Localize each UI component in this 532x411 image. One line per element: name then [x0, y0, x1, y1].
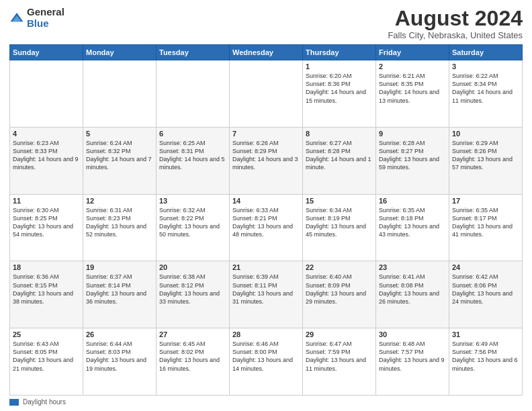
day-number: 6 — [159, 130, 226, 138]
day-info: Sunrise: 6:47 AM Sunset: 7:59 PM Dayligh… — [306, 340, 373, 373]
day-info: Sunrise: 6:48 AM Sunset: 7:57 PM Dayligh… — [379, 340, 446, 373]
day-info: Sunrise: 6:49 AM Sunset: 7:56 PM Dayligh… — [452, 340, 519, 373]
day-number: 22 — [306, 263, 373, 271]
day-info: Sunrise: 6:46 AM Sunset: 8:00 PM Dayligh… — [232, 340, 300, 373]
calendar-cell: 15Sunrise: 6:34 AM Sunset: 8:19 PM Dayli… — [303, 194, 376, 261]
calendar-cell: 30Sunrise: 6:48 AM Sunset: 7:57 PM Dayli… — [376, 328, 449, 396]
daylight-legend-box — [9, 399, 19, 406]
footer: Daylight hours — [9, 398, 523, 406]
day-number: 12 — [86, 197, 153, 205]
calendar-day-header: Saturday — [449, 45, 523, 60]
calendar-week-row: 25Sunrise: 6:43 AM Sunset: 8:05 PM Dayli… — [10, 328, 523, 396]
day-number: 9 — [379, 130, 446, 138]
day-info: Sunrise: 6:32 AM Sunset: 8:22 PM Dayligh… — [159, 206, 226, 239]
calendar-cell: 11Sunrise: 6:30 AM Sunset: 8:25 PM Dayli… — [10, 194, 83, 261]
header: General Blue August 2024 Falls City, Neb… — [9, 7, 523, 40]
day-info: Sunrise: 6:45 AM Sunset: 8:02 PM Dayligh… — [159, 340, 226, 373]
day-info: Sunrise: 6:40 AM Sunset: 8:09 PM Dayligh… — [306, 273, 373, 306]
day-info: Sunrise: 6:27 AM Sunset: 8:28 PM Dayligh… — [306, 139, 373, 172]
calendar-cell: 4Sunrise: 6:23 AM Sunset: 8:33 PM Daylig… — [10, 127, 83, 194]
day-info: Sunrise: 6:38 AM Sunset: 8:12 PM Dayligh… — [159, 273, 226, 306]
title-area: August 2024 Falls City, Nebraska, United… — [388, 7, 523, 40]
day-info: Sunrise: 6:31 AM Sunset: 8:23 PM Dayligh… — [86, 206, 153, 239]
logo-text: General Blue — [27, 7, 64, 29]
day-number: 25 — [13, 330, 80, 338]
day-number: 29 — [306, 330, 373, 338]
calendar-day-header: Sunday — [10, 45, 83, 60]
calendar-cell: 21Sunrise: 6:39 AM Sunset: 8:11 PM Dayli… — [230, 261, 303, 328]
calendar-cell: 7Sunrise: 6:26 AM Sunset: 8:29 PM Daylig… — [230, 127, 303, 194]
calendar: SundayMondayTuesdayWednesdayThursdayFrid… — [9, 44, 523, 396]
day-number: 2 — [379, 62, 446, 71]
day-number: 18 — [13, 263, 80, 271]
calendar-header-row: SundayMondayTuesdayWednesdayThursdayFrid… — [10, 45, 523, 60]
calendar-cell: 5Sunrise: 6:24 AM Sunset: 8:32 PM Daylig… — [83, 127, 157, 194]
calendar-cell: 28Sunrise: 6:46 AM Sunset: 8:00 PM Dayli… — [230, 328, 303, 396]
calendar-cell: 18Sunrise: 6:36 AM Sunset: 8:15 PM Dayli… — [10, 261, 83, 328]
day-info: Sunrise: 6:29 AM Sunset: 8:26 PM Dayligh… — [452, 139, 519, 172]
day-info: Sunrise: 6:33 AM Sunset: 8:21 PM Dayligh… — [232, 206, 300, 239]
main-title: August 2024 — [388, 7, 523, 30]
calendar-cell: 26Sunrise: 6:44 AM Sunset: 8:03 PM Dayli… — [83, 328, 157, 396]
page: General Blue August 2024 Falls City, Neb… — [0, 0, 532, 411]
calendar-day-header: Friday — [376, 45, 449, 60]
day-number: 5 — [86, 130, 153, 138]
day-info: Sunrise: 6:23 AM Sunset: 8:33 PM Dayligh… — [13, 139, 80, 172]
day-number: 10 — [452, 130, 519, 138]
day-info: Sunrise: 6:21 AM Sunset: 8:35 PM Dayligh… — [379, 72, 446, 105]
day-number: 17 — [452, 197, 519, 205]
calendar-cell: 20Sunrise: 6:38 AM Sunset: 8:12 PM Dayli… — [157, 261, 230, 328]
logo-blue: Blue — [27, 18, 64, 30]
day-info: Sunrise: 6:37 AM Sunset: 8:14 PM Dayligh… — [86, 273, 153, 306]
logo-general: General — [27, 7, 64, 18]
day-number: 11 — [13, 197, 80, 205]
calendar-week-row: 1Sunrise: 6:20 AM Sunset: 8:36 PM Daylig… — [10, 60, 523, 128]
day-number: 14 — [232, 197, 300, 205]
day-info: Sunrise: 6:30 AM Sunset: 8:25 PM Dayligh… — [13, 206, 80, 239]
calendar-cell: 12Sunrise: 6:31 AM Sunset: 8:23 PM Dayli… — [83, 194, 157, 261]
day-info: Sunrise: 6:43 AM Sunset: 8:05 PM Dayligh… — [13, 340, 80, 373]
logo-icon — [9, 11, 24, 26]
day-number: 15 — [306, 197, 373, 205]
day-number: 21 — [232, 263, 300, 271]
calendar-cell: 6Sunrise: 6:25 AM Sunset: 8:31 PM Daylig… — [157, 127, 230, 194]
day-info: Sunrise: 6:42 AM Sunset: 8:06 PM Dayligh… — [452, 273, 519, 306]
day-info: Sunrise: 6:44 AM Sunset: 8:03 PM Dayligh… — [86, 340, 153, 373]
day-info: Sunrise: 6:28 AM Sunset: 8:27 PM Dayligh… — [379, 139, 446, 172]
calendar-cell — [83, 60, 157, 128]
logo: General Blue — [9, 7, 64, 29]
calendar-cell: 24Sunrise: 6:42 AM Sunset: 8:06 PM Dayli… — [449, 261, 523, 328]
day-info: Sunrise: 6:36 AM Sunset: 8:15 PM Dayligh… — [13, 273, 80, 306]
calendar-week-row: 18Sunrise: 6:36 AM Sunset: 8:15 PM Dayli… — [10, 261, 523, 328]
day-info: Sunrise: 6:25 AM Sunset: 8:31 PM Dayligh… — [159, 139, 226, 172]
day-number: 7 — [232, 130, 300, 138]
day-info: Sunrise: 6:26 AM Sunset: 8:29 PM Dayligh… — [232, 139, 300, 172]
day-number: 13 — [159, 197, 226, 205]
calendar-cell: 3Sunrise: 6:22 AM Sunset: 8:34 PM Daylig… — [449, 60, 523, 128]
day-number: 8 — [306, 130, 373, 138]
calendar-cell: 29Sunrise: 6:47 AM Sunset: 7:59 PM Dayli… — [303, 328, 376, 396]
calendar-cell: 10Sunrise: 6:29 AM Sunset: 8:26 PM Dayli… — [449, 127, 523, 194]
calendar-week-row: 11Sunrise: 6:30 AM Sunset: 8:25 PM Dayli… — [10, 194, 523, 261]
day-info: Sunrise: 6:20 AM Sunset: 8:36 PM Dayligh… — [306, 72, 373, 105]
calendar-cell — [10, 60, 83, 128]
footer-label: Daylight hours — [23, 398, 66, 406]
day-number: 28 — [232, 330, 300, 338]
calendar-cell: 16Sunrise: 6:35 AM Sunset: 8:18 PM Dayli… — [376, 194, 449, 261]
calendar-cell — [230, 60, 303, 128]
day-info: Sunrise: 6:35 AM Sunset: 8:17 PM Dayligh… — [452, 206, 519, 239]
calendar-cell: 22Sunrise: 6:40 AM Sunset: 8:09 PM Dayli… — [303, 261, 376, 328]
calendar-cell: 1Sunrise: 6:20 AM Sunset: 8:36 PM Daylig… — [303, 60, 376, 128]
calendar-cell: 9Sunrise: 6:28 AM Sunset: 8:27 PM Daylig… — [376, 127, 449, 194]
day-info: Sunrise: 6:41 AM Sunset: 8:08 PM Dayligh… — [379, 273, 446, 306]
subtitle: Falls City, Nebraska, United States — [388, 30, 523, 40]
calendar-cell: 2Sunrise: 6:21 AM Sunset: 8:35 PM Daylig… — [376, 60, 449, 128]
calendar-day-header: Tuesday — [157, 45, 230, 60]
day-info: Sunrise: 6:34 AM Sunset: 8:19 PM Dayligh… — [306, 206, 373, 239]
day-number: 31 — [452, 330, 519, 338]
calendar-day-header: Thursday — [303, 45, 376, 60]
calendar-cell: 19Sunrise: 6:37 AM Sunset: 8:14 PM Dayli… — [83, 261, 157, 328]
day-number: 4 — [13, 130, 80, 138]
day-info: Sunrise: 6:39 AM Sunset: 8:11 PM Dayligh… — [232, 273, 300, 306]
day-number: 23 — [379, 263, 446, 271]
